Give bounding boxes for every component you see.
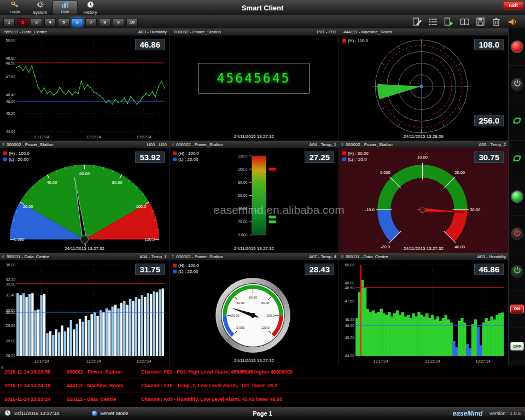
value-display: 30.75: [474, 151, 504, 163]
alarm-message: Channel: A10 - Temp_7, Low Level Alarm, …: [141, 383, 277, 388]
exit-button[interactable]: Exit: [503, 1, 523, 10]
alarm-time: 2015-11-24 13:23:58: [4, 369, 50, 375]
station-label: 555111 - Data_Centre: [346, 254, 388, 259]
svg-text:20.00: 20.00: [23, 204, 33, 209]
tab-7[interactable]: 7: [85, 18, 97, 26]
power-on-button[interactable]: [511, 265, 523, 278]
tab-4[interactable]: 4: [44, 18, 56, 26]
station-label: 000002 - Power_Station: [176, 142, 223, 147]
high-limit-swatch: [3, 151, 7, 155]
brand-logo: easeMind: [453, 410, 483, 417]
svg-text:80.00: 80.00: [238, 180, 248, 184]
svg-text:-10.0: -10.0: [365, 207, 375, 212]
svg-text:100.0: 100.0: [266, 314, 275, 317]
top-toolbar: Login System Live History Smart Client: [0, 0, 525, 15]
on-button[interactable]: ON: [510, 305, 524, 313]
svg-text:60.00: 60.00: [249, 296, 258, 299]
arc-gauge: -20.0-10.00.00010.0020.0030.0040.00: [339, 148, 508, 253]
svg-text:32.00: 32.00: [6, 282, 16, 286]
high-limit-swatch: [342, 151, 346, 155]
nav-login-label: Login: [9, 9, 20, 14]
svg-text:100.0: 100.0: [136, 204, 147, 209]
station-label: 000002 - Power_Station: [176, 254, 223, 259]
low-limit-swatch: [173, 270, 177, 273]
tab-5[interactable]: 5: [58, 18, 69, 26]
refresh-button-1[interactable]: [512, 116, 522, 127]
svg-text:30.00: 30.00: [470, 207, 480, 212]
tab-8[interactable]: 8: [99, 18, 110, 26]
power-off-button[interactable]: [511, 228, 523, 240]
bar-chart-icon: [61, 1, 69, 9]
svg-text:13:17:24: 13:17:24: [34, 359, 49, 363]
clock-icon: [87, 1, 94, 9]
alarm-row[interactable]: 2015-11-24 13:23:24 555111 - Data_Centre…: [0, 393, 525, 406]
value-display: 46.86: [474, 264, 504, 275]
tab-6[interactable]: 6: [72, 18, 83, 26]
tab-1[interactable]: 1: [3, 18, 15, 26]
green-indicator-button[interactable]: [511, 190, 523, 203]
svg-text:46.00: 46.00: [345, 324, 355, 328]
svg-text:29.00: 29.00: [6, 339, 16, 343]
svg-text:10.00: 10.00: [417, 155, 428, 160]
toolbar-icons: [411, 16, 523, 27]
off-button[interactable]: OFF: [510, 342, 524, 351]
refresh-button-2[interactable]: [512, 154, 522, 165]
alarm-station: 555111 - Data_Centre: [67, 396, 116, 402]
tab-2[interactable]: 2: [17, 18, 28, 26]
station-label: 555111 - Data_Centre: [4, 30, 47, 34]
tab-10[interactable]: 10: [126, 18, 138, 26]
svg-text:48.50: 48.50: [345, 286, 355, 290]
control-sidebar: ON OFF: [509, 28, 525, 365]
edit-icon[interactable]: [411, 16, 423, 27]
svg-text:60.00: 60.00: [79, 171, 90, 176]
clock-icon: [4, 410, 11, 417]
save-icon[interactable]: [475, 16, 487, 27]
server-mode-label: Server Mode: [100, 411, 129, 416]
low-limit-swatch: [3, 158, 7, 161]
svg-text:13:22:24: 13:22:24: [425, 359, 440, 363]
tab-9[interactable]: 9: [113, 18, 124, 26]
panel-semicircle-gauge: 3000002 - Power_Station U00 - U00 0.0002…: [0, 141, 170, 253]
power-icon-green: [514, 266, 521, 276]
semicircle-gauge: 0.00020.0040.0060.0080.00100.0120.0: [0, 148, 169, 253]
value-display: 46.86: [135, 39, 165, 50]
version-label: Version : 1.0.5: [489, 411, 521, 416]
svg-text:13:27:24: 13:27:24: [136, 135, 151, 139]
server-status-icon: [92, 411, 97, 416]
status-bar: 24/11/2015 13:27:34 Server Mode Page 1 e…: [0, 407, 525, 420]
value-display: 27.25: [305, 151, 334, 163]
svg-text:120.0: 120.0: [238, 154, 248, 158]
svg-text:28.20: 28.20: [6, 354, 16, 358]
nav-live[interactable]: Live: [52, 1, 78, 15]
timestamp: 24/11/2015 13:27:32: [170, 358, 339, 363]
nav-system[interactable]: System: [27, 0, 52, 15]
svg-text:44.00: 44.00: [6, 130, 16, 133]
low-limit-swatch: [173, 158, 177, 161]
power-standby-button[interactable]: [511, 78, 523, 91]
station-label: 555111 - Data_Centre: [7, 254, 49, 259]
book-icon[interactable]: [459, 16, 471, 27]
svg-text:13:17:24: 13:17:24: [34, 135, 49, 139]
nav-history[interactable]: History: [78, 0, 103, 15]
alarm-row[interactable]: 2015-11-24 13:23:58 000002 - Power_Stati…: [0, 365, 525, 379]
trash-icon[interactable]: [491, 16, 503, 27]
tab-3[interactable]: 3: [31, 18, 42, 26]
alarm-row[interactable]: 2015-11-24 13:24:18 444111 - Machine_Roo…: [0, 379, 525, 393]
svg-text:120.0: 120.0: [144, 237, 155, 242]
svg-text:13:27:24: 13:27:24: [136, 359, 151, 363]
panel-arc-gauge: 5000002 - Power_Station A05 - Temp_2 -20…: [339, 141, 509, 253]
emergency-stop-button[interactable]: [511, 40, 523, 53]
speaker-icon[interactable]: [506, 16, 518, 27]
panel-radar: 444111 - Machine_Room (H) : 110.0 108.0 …: [339, 28, 509, 141]
svg-text:80.00: 80.00: [112, 180, 122, 185]
svg-text:50.00: 50.00: [345, 263, 355, 267]
value-display: 28.43: [305, 264, 334, 275]
svg-text:35.00: 35.00: [6, 263, 16, 267]
nav-login[interactable]: Login: [2, 0, 27, 15]
timestamp: 24/11/2015 13:27:32: [339, 246, 508, 251]
list-icon[interactable]: [427, 16, 439, 27]
report-play-icon[interactable]: [443, 16, 455, 27]
value-display: 31.75: [135, 264, 165, 275]
alarm-list: 9 2015-11-24 13:23:58 000002 - Power_Sta…: [0, 365, 525, 407]
svg-text:48.50: 48.50: [6, 61, 16, 65]
